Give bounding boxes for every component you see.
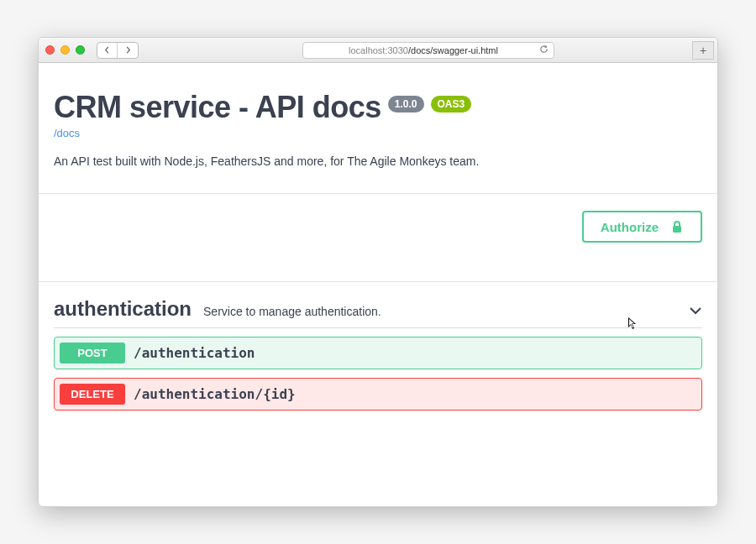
operation-post-authentication[interactable]: POST /authentication bbox=[54, 337, 702, 369]
lock-icon bbox=[670, 219, 684, 234]
authorize-button[interactable]: Authorize bbox=[582, 211, 702, 243]
svg-rect-0 bbox=[673, 226, 681, 233]
page-content: CRM service - API docs 1.0.0 OAS3 /docs … bbox=[39, 63, 717, 506]
url-path: /docs/swagger-ui.html bbox=[408, 45, 498, 55]
tag-name: authentication bbox=[54, 297, 192, 321]
browser-window: localhost:3030/docs/swagger-ui.html + CR… bbox=[38, 37, 718, 507]
api-title: CRM service - API docs bbox=[54, 90, 381, 125]
zoom-window-icon[interactable] bbox=[76, 45, 85, 55]
chevron-right-icon bbox=[124, 46, 132, 54]
url-text: localhost:3030/docs/swagger-ui.html bbox=[308, 45, 539, 55]
traffic-lights bbox=[45, 45, 85, 55]
url-host: localhost:3030 bbox=[349, 45, 408, 55]
endpoint-path: /authentication bbox=[134, 345, 255, 361]
version-badge: 1.0.0 bbox=[388, 96, 424, 112]
forward-button[interactable] bbox=[118, 43, 138, 58]
authorize-label: Authorize bbox=[601, 220, 659, 234]
reload-icon[interactable] bbox=[539, 44, 549, 55]
url-bar[interactable]: localhost:3030/docs/swagger-ui.html bbox=[302, 42, 554, 59]
docs-link[interactable]: /docs bbox=[54, 127, 702, 139]
authorize-row: Authorize bbox=[54, 194, 702, 256]
browser-toolbar: localhost:3030/docs/swagger-ui.html + bbox=[39, 38, 717, 63]
operations-list: POST /authentication DELETE /authenticat… bbox=[54, 337, 702, 411]
title-row: CRM service - API docs 1.0.0 OAS3 bbox=[54, 90, 702, 125]
nav-back-forward bbox=[97, 42, 139, 59]
new-tab-button[interactable]: + bbox=[692, 41, 714, 60]
api-description: An API test built with Node.js, Feathers… bbox=[54, 154, 702, 168]
chevron-down-icon bbox=[689, 305, 702, 318]
chevron-left-icon bbox=[103, 46, 111, 54]
oas-badge: OAS3 bbox=[431, 96, 472, 112]
operation-delete-authentication-id[interactable]: DELETE /authentication/{id} bbox=[54, 378, 702, 411]
minimize-window-icon[interactable] bbox=[60, 45, 70, 55]
back-button[interactable] bbox=[97, 43, 118, 58]
endpoint-path: /authentication/{id} bbox=[134, 386, 296, 402]
tag-section: authentication Service to manage authent… bbox=[54, 297, 702, 411]
divider bbox=[39, 281, 717, 282]
close-window-icon[interactable] bbox=[45, 45, 55, 55]
tag-description: Service to manage authentication. bbox=[203, 305, 381, 318]
method-badge: DELETE bbox=[60, 384, 125, 405]
method-badge: POST bbox=[60, 343, 125, 364]
tag-header-authentication[interactable]: authentication Service to manage authent… bbox=[54, 297, 702, 328]
